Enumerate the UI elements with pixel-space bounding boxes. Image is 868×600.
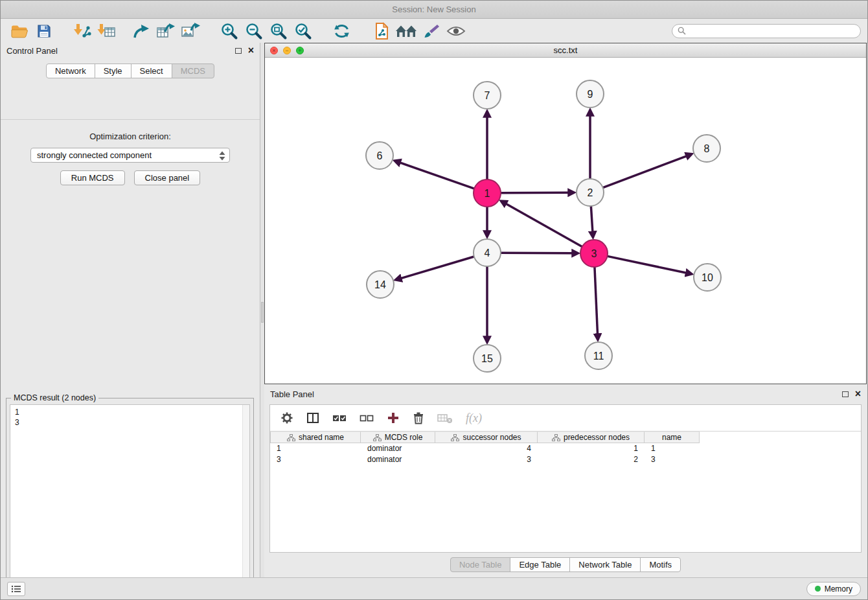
export-image-button[interactable] xyxy=(178,21,203,41)
refresh-layout-button[interactable] xyxy=(330,21,354,41)
graph-node-label: 2 xyxy=(588,187,593,198)
table-body: 1dominator4113dominator323 xyxy=(270,443,861,465)
table-cell[interactable]: 4 xyxy=(435,443,538,454)
criterion-dropdown[interactable]: strongly connected component xyxy=(30,148,230,163)
graph-node-label: 14 xyxy=(374,279,386,290)
export-network-button[interactable] xyxy=(129,21,154,41)
network-window-titlebar[interactable]: × − + scc.txt xyxy=(265,43,866,58)
graph-edge[interactable] xyxy=(608,256,686,273)
tab-motifs[interactable]: Motifs xyxy=(640,557,681,572)
splitter-grip[interactable] xyxy=(261,302,264,323)
graph-node-label: 8 xyxy=(704,143,710,154)
import-network-icon xyxy=(72,23,91,40)
settings-gear-button[interactable] xyxy=(280,411,293,424)
minimize-window-icon[interactable]: − xyxy=(283,47,291,54)
table-row[interactable]: 3dominator323 xyxy=(270,454,861,465)
export-table-button[interactable] xyxy=(154,21,178,41)
columns-button[interactable] xyxy=(306,411,319,424)
apply-style-button[interactable] xyxy=(419,21,444,41)
tab-style[interactable]: Style xyxy=(95,63,131,78)
zoom-out-button[interactable] xyxy=(242,21,266,41)
control-panel: Control Panel × Network Style Select MCD… xyxy=(1,43,260,577)
mcds-panel: Optimization criterion: strongly connect… xyxy=(1,119,260,577)
table-cell[interactable]: dominator xyxy=(361,454,435,465)
graph-edge[interactable] xyxy=(591,206,592,231)
network-graph[interactable]: 7968124314101511 xyxy=(265,58,866,384)
graph-edge[interactable] xyxy=(507,204,582,247)
graph-node-label: 15 xyxy=(481,353,493,364)
table-cell[interactable]: 3 xyxy=(645,454,700,465)
hide-panels-button[interactable] xyxy=(394,21,419,41)
graph-edge[interactable] xyxy=(501,192,568,193)
import-table-button[interactable] xyxy=(94,21,119,41)
search-input[interactable] xyxy=(689,27,855,36)
column-header-mcds-role[interactable]: MCDS role xyxy=(361,432,435,443)
network-view[interactable]: 7968124314101511 xyxy=(265,58,866,384)
close-table-panel-icon[interactable]: × xyxy=(855,389,861,398)
window-titlebar[interactable]: Session: New Session xyxy=(1,1,867,19)
table-row[interactable]: 1dominator411 xyxy=(270,443,861,454)
column-tree-icon xyxy=(373,434,382,441)
memory-button[interactable]: Memory xyxy=(806,582,861,596)
table-panel-header: Table Panel × xyxy=(264,386,867,402)
column-label: name xyxy=(662,433,681,442)
maximize-window-icon[interactable]: + xyxy=(296,47,304,54)
float-panel-icon[interactable] xyxy=(235,48,242,54)
column-header-predecessor-nodes[interactable]: predecessor nodes xyxy=(538,432,645,443)
task-history-button[interactable] xyxy=(7,582,25,596)
graph-node-label: 9 xyxy=(588,89,593,100)
search-field[interactable] xyxy=(672,24,861,38)
table-cell[interactable]: 3 xyxy=(270,454,361,465)
save-session-button[interactable] xyxy=(32,21,56,41)
show-graphics-details-button[interactable] xyxy=(444,21,468,41)
network-window-title: scc.txt xyxy=(554,45,578,55)
mcds-result-box[interactable]: 13 xyxy=(10,404,250,600)
table-cell[interactable]: 1 xyxy=(538,443,645,454)
graph-edge[interactable] xyxy=(603,156,687,188)
graph-node-label: 10 xyxy=(702,272,713,283)
delete-column-button[interactable] xyxy=(437,412,453,424)
result-scrollbar[interactable] xyxy=(242,405,249,600)
graph-edge[interactable] xyxy=(400,163,474,189)
run-mcds-button[interactable]: Run MCDS xyxy=(60,170,125,185)
column-header-successor-nodes[interactable]: successor nodes xyxy=(435,432,538,443)
open-file-button[interactable] xyxy=(370,21,394,41)
close-panel-button[interactable]: Close panel xyxy=(134,170,201,185)
column-header-name[interactable]: name xyxy=(645,432,700,443)
table-cell[interactable]: 3 xyxy=(435,454,538,465)
graph-edge[interactable] xyxy=(501,253,572,253)
import-network-button[interactable] xyxy=(69,21,94,41)
tab-node-table[interactable]: Node Table xyxy=(450,557,511,572)
table-cell[interactable]: 2 xyxy=(538,454,645,465)
mcds-result-lines: 13 xyxy=(10,405,249,430)
mcds-result-group: MCDS result (2 nodes) 13 xyxy=(6,398,254,600)
table-cell[interactable]: 1 xyxy=(270,443,361,454)
tab-select[interactable]: Select xyxy=(131,63,172,78)
graph-node-label: 1 xyxy=(485,188,490,199)
table-cell[interactable]: dominator xyxy=(361,443,435,454)
delete-row-button[interactable] xyxy=(413,411,424,424)
function-builder-button[interactable]: f(x) xyxy=(466,411,482,425)
zoom-selected-button[interactable] xyxy=(291,21,315,41)
table-header: shared name MCDS role successor nodes pr… xyxy=(270,431,861,443)
zoom-fit-button[interactable] xyxy=(266,21,291,41)
graph-edge[interactable] xyxy=(595,267,598,334)
add-row-button[interactable] xyxy=(387,411,400,424)
open-session-button[interactable] xyxy=(7,21,32,41)
close-window-icon[interactable]: × xyxy=(270,47,278,54)
deselect-all-button[interactable] xyxy=(360,413,374,423)
graph-edge[interactable] xyxy=(402,257,474,278)
tab-edge-table[interactable]: Edge Table xyxy=(510,557,570,572)
close-panel-icon[interactable]: × xyxy=(248,46,254,55)
main-toolbar xyxy=(1,19,867,43)
zoom-in-button[interactable] xyxy=(217,21,242,41)
tab-network-table[interactable]: Network Table xyxy=(569,557,641,572)
tab-network[interactable]: Network xyxy=(46,63,95,78)
float-table-panel-icon[interactable] xyxy=(842,391,849,397)
optimization-criterion-label: Optimization criterion: xyxy=(1,132,260,141)
criterion-dropdown-value: strongly connected component xyxy=(37,150,152,160)
tab-mcds[interactable]: MCDS xyxy=(172,63,214,78)
select-all-button[interactable] xyxy=(332,413,347,423)
column-header-shared-name[interactable]: shared name xyxy=(270,432,361,443)
table-cell[interactable]: 1 xyxy=(645,443,700,454)
